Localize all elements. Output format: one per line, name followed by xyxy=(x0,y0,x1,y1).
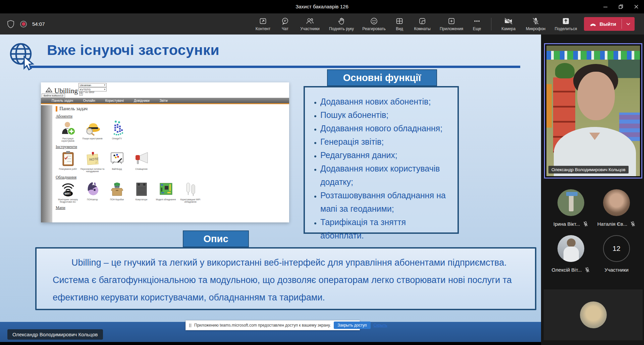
meeting-timer: 54:07 xyxy=(32,21,45,27)
participant-tile-natalia[interactable]: Наталія Єв... xyxy=(593,189,640,227)
antenna-icon xyxy=(182,181,199,197)
participant-name: Олексій Віт... xyxy=(552,267,582,273)
item-announcements: Сповіщення xyxy=(129,150,154,172)
wifi-icon: WiFi xyxy=(60,181,76,197)
ubilling-menubar: Панель задач Онлайн Користувачі Довідник… xyxy=(41,98,289,104)
rooms-icon xyxy=(418,17,426,25)
item-search-user: Пошук користувачів xyxy=(80,120,105,142)
function-item: Тарифікація та зняття абонплати. xyxy=(320,215,449,242)
hide-link[interactable]: Скрыть xyxy=(374,323,387,328)
share-screen-button[interactable]: Поделиться xyxy=(550,13,581,34)
menu-reports: Звіти xyxy=(160,99,168,102)
item-switches: Комутатори xyxy=(129,181,154,203)
minimize-icon xyxy=(603,4,608,9)
shared-screen-slide: Вже існуючі застосунки Ukrainian▾ KVTSTG… xyxy=(0,34,541,342)
ubilling-left-strip xyxy=(41,105,52,222)
function-item: Додавання нового обладнання; xyxy=(320,122,449,135)
section-maps: Мапи xyxy=(56,205,286,210)
item-personal-notes: NOTE Персональні нотатки та нагадування xyxy=(80,150,105,172)
leave-options-button[interactable] xyxy=(622,17,635,31)
function-item: Генерація звітів; xyxy=(320,135,449,148)
menu-users: Користувачі xyxy=(105,99,124,102)
section-tools: Інструменти xyxy=(56,144,286,149)
mic-muted-icon xyxy=(630,221,636,227)
box-cat-icon xyxy=(109,181,125,197)
function-item: Редагування даних; xyxy=(320,148,449,162)
slide-title: Вже існуючі застосунки xyxy=(47,42,219,58)
toolbar-separator xyxy=(491,18,491,30)
shield-icon xyxy=(7,20,15,28)
svg-text:NOTE: NOTE xyxy=(89,157,99,161)
participants-sidebar: Олександр Володимирович Кольцов Ірина Ві… xyxy=(541,34,644,345)
participant-tile-irina[interactable]: Ірина Вікт... xyxy=(547,189,594,227)
motherboard-icon xyxy=(158,181,174,197)
add-app-icon xyxy=(447,17,455,25)
raise-hand-button[interactable]: Поднять руку xyxy=(325,13,358,34)
recording-indicator xyxy=(20,21,27,27)
grid-view-icon xyxy=(395,17,404,25)
camera-off-video-tile[interactable] xyxy=(544,289,643,340)
participants-overflow-tile[interactable]: 12 Участники xyxy=(593,235,640,273)
share-up-icon xyxy=(562,17,570,25)
avatar xyxy=(557,189,584,216)
restore-icon xyxy=(619,4,623,9)
content-button[interactable]: Контент xyxy=(251,13,275,34)
functions-box: Додавання нових абонентів; Пошук абонент… xyxy=(304,86,459,234)
subscribers-row: Реєстрація користувачів Пошук користувач… xyxy=(56,120,286,142)
notification-text: Приложению teams.microsoft.com предостав… xyxy=(194,323,331,328)
megaphone-icon xyxy=(133,150,150,166)
description-header: Опис xyxy=(183,230,249,247)
raise-hand-icon xyxy=(337,17,345,25)
user-add-icon xyxy=(60,120,76,136)
item-user-wifi: Користувацьке WiFi обладнання xyxy=(178,181,203,203)
mic-button[interactable]: Микрофон xyxy=(521,13,550,34)
restore-button[interactable] xyxy=(613,0,629,13)
close-icon xyxy=(634,4,639,9)
window-title: Захист бакалаврів 126 xyxy=(0,0,644,13)
participant-tile-oleksii[interactable]: Олексій Віт... xyxy=(547,235,594,273)
chat-icon xyxy=(281,17,289,25)
note-icon: NOTE xyxy=(85,150,101,166)
participants-count: 12 xyxy=(603,235,630,262)
functions-header: Основні функції xyxy=(327,69,437,86)
equipment-row: WiFi Моніторинг сигналу бездротових БС П… xyxy=(56,181,286,203)
react-button[interactable]: Реагировать xyxy=(358,13,390,34)
ubilling-logo-icon xyxy=(45,86,53,93)
leave-button[interactable]: Выйти xyxy=(584,17,622,31)
window-controls xyxy=(598,0,644,13)
chat-button[interactable]: Чат xyxy=(275,13,295,34)
presenter-video-tile[interactable]: Олександр Володимирович Кольцов xyxy=(544,43,642,179)
participant-name: Ірина Вікт... xyxy=(553,221,580,227)
item-whiteboard: ВайтБорд xyxy=(105,150,129,172)
rooms-button[interactable]: Комнаты xyxy=(409,13,435,34)
camera-button[interactable]: Камера xyxy=(496,13,521,34)
view-button[interactable]: Вид xyxy=(390,13,409,34)
item-work-planning: Планування робіт xyxy=(56,150,80,172)
camera-off-icon xyxy=(504,17,513,25)
share-content-icon xyxy=(259,17,267,25)
ubilling-screenshot: Ukrainian▾ KVTSTG▾ ? Ubilling 1.0.7 rev … xyxy=(41,82,289,222)
avatar xyxy=(557,235,584,262)
function-item: Розташовування обладнання на мапі за гео… xyxy=(320,189,449,215)
meeting-status: 54:07 xyxy=(7,13,45,34)
more-dots-icon xyxy=(473,17,481,25)
minimize-button[interactable] xyxy=(598,0,613,13)
close-button[interactable] xyxy=(629,0,644,13)
avatar xyxy=(580,301,607,328)
pause-icon xyxy=(189,324,191,327)
tools-row: Планування робіт NOTE Персональні нотатк… xyxy=(56,150,286,172)
logout-tab: Вийти koltsov13 xyxy=(42,93,65,98)
section-equipment: Обладнання xyxy=(56,175,286,180)
chevron-down-icon xyxy=(626,22,631,26)
ubilling-page-title: Панель задач xyxy=(56,106,286,112)
stop-sharing-button[interactable]: Закрыть доступ xyxy=(334,322,370,329)
participants-button[interactable]: Участники xyxy=(295,13,325,34)
apps-button[interactable]: Приложения xyxy=(435,13,468,34)
whiteboard-icon xyxy=(109,150,125,166)
leave-button-group: Выйти xyxy=(584,17,635,31)
omegatv-icon xyxy=(109,120,125,136)
item-ponizator: ПОНізатор xyxy=(80,181,105,203)
more-button[interactable]: Еще xyxy=(468,13,486,34)
functions-list: Додавання нових абонентів; Пошук абонент… xyxy=(320,95,449,242)
svg-text:WiFi: WiFi xyxy=(64,192,70,195)
